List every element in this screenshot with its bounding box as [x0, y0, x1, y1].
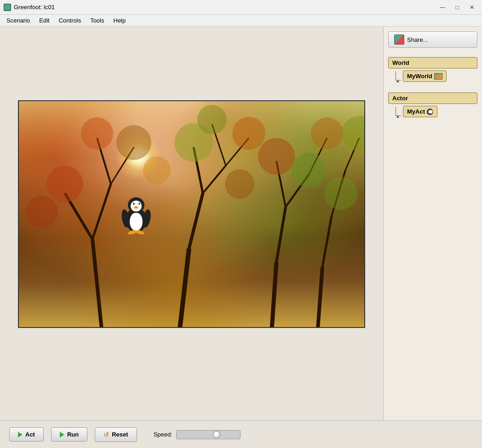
run-button-label: Run [67, 431, 79, 438]
myworld-class-node[interactable]: MyWorld [403, 70, 447, 82]
share-button-label: Share... [407, 36, 428, 43]
reset-icon: ↺ [103, 431, 109, 438]
myact-class-node[interactable]: MyAct [403, 106, 437, 117]
penguin-actor[interactable] [120, 193, 152, 235]
svg-point-44 [134, 206, 138, 209]
window-title: Greenfoot: lc01 [14, 4, 436, 11]
myworld-class-label: MyWorld [407, 73, 432, 80]
main-content: Share... World ▲ MyWorld Act [0, 27, 482, 420]
title-bar: Greenfoot: lc01 — □ ✕ [0, 0, 482, 15]
myact-child-row: ▲ MyAct [396, 106, 477, 119]
speed-slider[interactable] [176, 430, 241, 439]
app-icon [4, 4, 11, 11]
tree-arrow: ▲ [396, 79, 401, 83]
speed-label: Speed: [154, 431, 172, 438]
world-canvas [18, 100, 365, 328]
window-controls: — □ ✕ [436, 3, 478, 12]
world-class-tree: World ▲ MyWorld [388, 57, 477, 83]
menu-item-tools[interactable]: Tools [86, 16, 109, 25]
act-button-label: Act [25, 431, 35, 438]
menu-item-help[interactable]: Help [109, 16, 131, 25]
share-button[interactable]: Share... [388, 31, 477, 48]
actor-class-tree: Actor ▲ MyAct [388, 92, 477, 119]
bottom-bar: Act Run ↺ Reset Speed: [0, 420, 482, 448]
world-class-label: World [392, 59, 409, 66]
svg-point-42 [134, 203, 134, 204]
menu-bar: Scenario Edit Controls Tools Help [0, 15, 482, 27]
myworld-child-row: ▲ MyWorld [396, 70, 477, 83]
speed-control: Speed: [154, 430, 241, 439]
myact-icon [427, 109, 433, 115]
reset-button[interactable]: ↺ Reset [95, 427, 137, 442]
act-button[interactable]: Act [9, 427, 44, 442]
actor-class-node[interactable]: Actor [388, 92, 477, 104]
canvas-area [0, 27, 383, 420]
act-triangle-icon [18, 432, 23, 437]
share-icon [394, 34, 404, 45]
actor-class-label: Actor [392, 95, 408, 102]
minimize-button[interactable]: — [436, 3, 449, 12]
myact-class-label: MyAct [407, 108, 425, 115]
leaves-overlay [19, 101, 364, 327]
svg-point-40 [133, 203, 135, 205]
close-button[interactable]: ✕ [465, 3, 478, 12]
menu-item-scenario[interactable]: Scenario [2, 16, 34, 25]
tree-arrow-actor: ▲ [396, 114, 401, 119]
svg-point-35 [130, 213, 143, 231]
menu-item-edit[interactable]: Edit [34, 16, 54, 25]
tree-connector-actor: ▲ [396, 107, 401, 119]
penguin-svg [120, 193, 152, 235]
run-button[interactable]: Run [51, 427, 87, 442]
svg-point-43 [139, 203, 140, 204]
reset-button-label: Reset [112, 431, 128, 438]
svg-point-41 [138, 203, 140, 205]
tree-connector-world: ▲ [396, 71, 401, 83]
maximize-button[interactable]: □ [451, 3, 464, 12]
sunburst [111, 129, 166, 184]
world-class-node[interactable]: World [388, 57, 477, 69]
run-triangle-icon [60, 432, 64, 437]
menu-item-controls[interactable]: Controls [54, 16, 86, 25]
sidebar: Share... World ▲ MyWorld Act [383, 27, 482, 420]
myworld-icon [434, 73, 442, 80]
